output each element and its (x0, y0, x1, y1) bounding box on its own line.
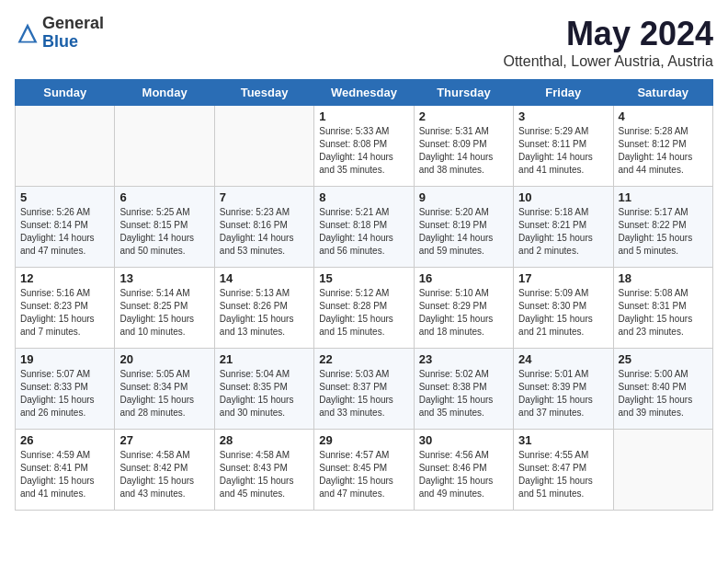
calendar-header-monday: Monday (115, 80, 214, 106)
logo-text: General Blue (42, 15, 104, 52)
day-info: Sunrise: 5:26 AMSunset: 8:14 PMDaylight:… (20, 206, 109, 258)
day-number: 31 (518, 433, 608, 447)
calendar-week-3: 12Sunrise: 5:16 AMSunset: 8:23 PMDayligh… (16, 268, 713, 349)
day-number: 14 (220, 271, 309, 285)
day-info: Sunrise: 5:21 AMSunset: 8:18 PMDaylight:… (319, 206, 408, 258)
day-info: Sunrise: 5:05 AMSunset: 8:34 PMDaylight:… (119, 368, 209, 419)
day-info: Sunrise: 4:57 AMSunset: 8:45 PMDaylight:… (319, 449, 408, 500)
logo: General Blue (15, 15, 104, 52)
day-info: Sunrise: 5:33 AMSunset: 8:08 PMDaylight:… (319, 125, 408, 177)
calendar-day-2: 2Sunrise: 5:31 AMSunset: 8:09 PMDaylight… (414, 106, 513, 187)
calendar-header-wednesday: Wednesday (314, 80, 414, 106)
day-number: 2 (419, 109, 508, 123)
day-info: Sunrise: 5:13 AMSunset: 8:26 PMDaylight:… (220, 287, 309, 339)
day-info: Sunrise: 5:00 AMSunset: 8:40 PMDaylight:… (619, 368, 708, 419)
calendar-day-3: 3Sunrise: 5:29 AMSunset: 8:11 PMDaylight… (514, 106, 613, 187)
calendar-header-thursday: Thursday (414, 80, 513, 106)
page-header: General Blue May 2024 Ottenthal, Lower A… (15, 15, 713, 70)
day-number: 8 (319, 190, 408, 204)
calendar-header-saturday: Saturday (613, 80, 712, 106)
calendar-day-15: 15Sunrise: 5:12 AMSunset: 8:28 PMDayligh… (314, 268, 414, 349)
calendar-day-25: 25Sunrise: 5:00 AMSunset: 8:40 PMDayligh… (613, 349, 712, 430)
day-info: Sunrise: 5:12 AMSunset: 8:28 PMDaylight:… (319, 287, 408, 339)
calendar-day-9: 9Sunrise: 5:20 AMSunset: 8:19 PMDaylight… (414, 187, 513, 268)
day-number: 17 (518, 271, 608, 285)
day-info: Sunrise: 5:28 AMSunset: 8:12 PMDaylight:… (619, 125, 708, 177)
day-number: 21 (220, 352, 309, 366)
day-number: 25 (619, 352, 708, 366)
calendar-day-11: 11Sunrise: 5:17 AMSunset: 8:22 PMDayligh… (613, 187, 712, 268)
calendar-day-28: 28Sunrise: 4:58 AMSunset: 8:43 PMDayligh… (214, 430, 313, 511)
calendar-day-4: 4Sunrise: 5:28 AMSunset: 8:12 PMDaylight… (613, 106, 712, 187)
calendar-day-19: 19Sunrise: 5:07 AMSunset: 8:33 PMDayligh… (16, 349, 115, 430)
calendar-day-23: 23Sunrise: 5:02 AMSunset: 8:38 PMDayligh… (414, 349, 513, 430)
day-info: Sunrise: 5:07 AMSunset: 8:33 PMDaylight:… (20, 368, 109, 419)
calendar-day-13: 13Sunrise: 5:14 AMSunset: 8:25 PMDayligh… (115, 268, 214, 349)
calendar-empty-cell (214, 106, 313, 187)
calendar-day-12: 12Sunrise: 5:16 AMSunset: 8:23 PMDayligh… (16, 268, 115, 349)
calendar-day-10: 10Sunrise: 5:18 AMSunset: 8:21 PMDayligh… (514, 187, 613, 268)
day-info: Sunrise: 5:31 AMSunset: 8:09 PMDaylight:… (419, 125, 508, 177)
day-info: Sunrise: 5:03 AMSunset: 8:37 PMDaylight:… (319, 368, 408, 419)
calendar-day-27: 27Sunrise: 4:58 AMSunset: 8:42 PMDayligh… (115, 430, 214, 511)
day-number: 11 (619, 190, 708, 204)
day-info: Sunrise: 4:58 AMSunset: 8:42 PMDaylight:… (119, 449, 209, 500)
day-info: Sunrise: 5:01 AMSunset: 8:39 PMDaylight:… (518, 368, 608, 419)
day-info: Sunrise: 4:58 AMSunset: 8:43 PMDaylight:… (220, 449, 309, 500)
calendar-week-4: 19Sunrise: 5:07 AMSunset: 8:33 PMDayligh… (16, 349, 713, 430)
day-number: 19 (20, 352, 109, 366)
day-number: 3 (518, 109, 608, 123)
day-info: Sunrise: 5:23 AMSunset: 8:16 PMDaylight:… (220, 206, 309, 258)
day-info: Sunrise: 5:10 AMSunset: 8:29 PMDaylight:… (419, 287, 508, 339)
day-info: Sunrise: 5:02 AMSunset: 8:38 PMDaylight:… (419, 368, 508, 419)
calendar-day-20: 20Sunrise: 5:05 AMSunset: 8:34 PMDayligh… (115, 349, 214, 430)
day-number: 29 (319, 433, 408, 447)
calendar-day-1: 1Sunrise: 5:33 AMSunset: 8:08 PMDaylight… (314, 106, 414, 187)
logo-general-text: General (42, 15, 104, 33)
day-info: Sunrise: 5:29 AMSunset: 8:11 PMDaylight:… (518, 125, 608, 177)
day-number: 7 (220, 190, 309, 204)
day-info: Sunrise: 5:14 AMSunset: 8:25 PMDaylight:… (119, 287, 209, 339)
day-info: Sunrise: 5:18 AMSunset: 8:21 PMDaylight:… (518, 206, 608, 258)
logo-icon (15, 20, 40, 46)
day-number: 5 (20, 190, 109, 204)
calendar-day-6: 6Sunrise: 5:25 AMSunset: 8:15 PMDaylight… (115, 187, 214, 268)
day-number: 26 (20, 433, 109, 447)
calendar-day-8: 8Sunrise: 5:21 AMSunset: 8:18 PMDaylight… (314, 187, 414, 268)
day-number: 22 (319, 352, 408, 366)
day-info: Sunrise: 5:16 AMSunset: 8:23 PMDaylight:… (20, 287, 109, 339)
calendar-day-30: 30Sunrise: 4:56 AMSunset: 8:46 PMDayligh… (414, 430, 513, 511)
calendar-header-row: SundayMondayTuesdayWednesdayThursdayFrid… (16, 80, 713, 106)
month-year-title: May 2024 (503, 15, 713, 53)
calendar-day-16: 16Sunrise: 5:10 AMSunset: 8:29 PMDayligh… (414, 268, 513, 349)
day-info: Sunrise: 4:56 AMSunset: 8:46 PMDaylight:… (419, 449, 508, 500)
day-info: Sunrise: 5:09 AMSunset: 8:30 PMDaylight:… (518, 287, 608, 339)
calendar-header-tuesday: Tuesday (214, 80, 313, 106)
day-info: Sunrise: 4:59 AMSunset: 8:41 PMDaylight:… (20, 449, 109, 500)
day-info: Sunrise: 5:25 AMSunset: 8:15 PMDaylight:… (119, 206, 209, 258)
day-number: 13 (119, 271, 209, 285)
calendar-day-21: 21Sunrise: 5:04 AMSunset: 8:35 PMDayligh… (214, 349, 313, 430)
day-number: 28 (220, 433, 309, 447)
day-number: 16 (419, 271, 508, 285)
day-info: Sunrise: 5:20 AMSunset: 8:19 PMDaylight:… (419, 206, 508, 258)
day-number: 20 (119, 352, 209, 366)
day-info: Sunrise: 4:55 AMSunset: 8:47 PMDaylight:… (518, 449, 608, 500)
day-info: Sunrise: 5:08 AMSunset: 8:31 PMDaylight:… (619, 287, 708, 339)
day-number: 24 (518, 352, 608, 366)
calendar-day-31: 31Sunrise: 4:55 AMSunset: 8:47 PMDayligh… (514, 430, 613, 511)
day-info: Sunrise: 5:17 AMSunset: 8:22 PMDaylight:… (619, 206, 708, 258)
calendar-day-5: 5Sunrise: 5:26 AMSunset: 8:14 PMDaylight… (16, 187, 115, 268)
day-number: 10 (518, 190, 608, 204)
day-number: 4 (619, 109, 708, 123)
day-info: Sunrise: 5:04 AMSunset: 8:35 PMDaylight:… (220, 368, 309, 419)
day-number: 6 (119, 190, 209, 204)
calendar-day-22: 22Sunrise: 5:03 AMSunset: 8:37 PMDayligh… (314, 349, 414, 430)
title-area: May 2024 Ottenthal, Lower Austria, Austr… (503, 15, 713, 70)
calendar-empty-cell (16, 106, 115, 187)
calendar-week-5: 26Sunrise: 4:59 AMSunset: 8:41 PMDayligh… (16, 430, 713, 511)
calendar-empty-cell (613, 430, 712, 511)
calendar-empty-cell (115, 106, 214, 187)
day-number: 15 (319, 271, 408, 285)
calendar-day-26: 26Sunrise: 4:59 AMSunset: 8:41 PMDayligh… (16, 430, 115, 511)
